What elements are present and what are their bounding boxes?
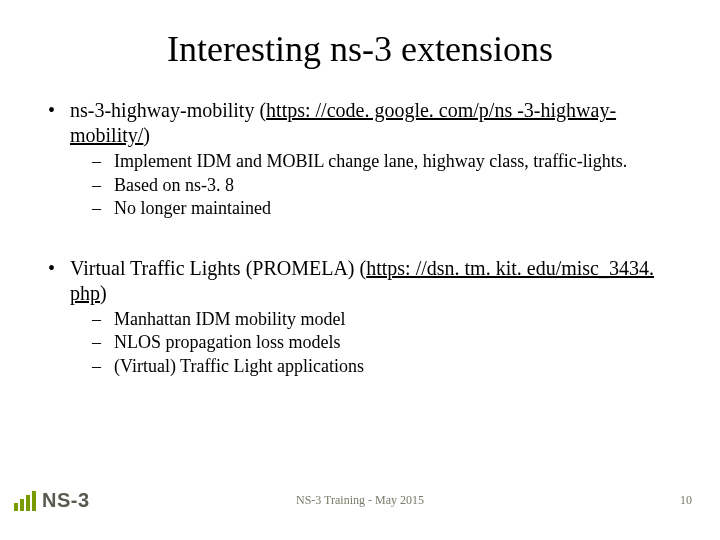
sub-item-text: (Virtual) Traffic Light applications: [114, 355, 672, 378]
dash-icon: –: [92, 331, 114, 354]
list-item: • Virtual Traffic Lights (PROMELA) (http…: [48, 256, 672, 378]
list-item-text: Virtual Traffic Lights (PROMELA) (https:…: [70, 256, 672, 306]
sub-item: –NLOS propagation loss models: [92, 331, 672, 354]
list-item-text: ns-3-highway-mobility (https: //code. go…: [70, 98, 672, 148]
sub-item: –Manhattan IDM mobility model: [92, 308, 672, 331]
dash-icon: –: [92, 308, 114, 331]
sub-item-text: Manhattan IDM mobility model: [114, 308, 672, 331]
sub-item: –(Virtual) Traffic Light applications: [92, 355, 672, 378]
sub-list: –Implement IDM and MOBIL change lane, hi…: [48, 150, 672, 220]
bullet-icon: •: [48, 256, 70, 306]
sub-item-text: Implement IDM and MOBIL change lane, hig…: [114, 150, 672, 173]
bullet-icon: •: [48, 98, 70, 148]
bullet-list: • ns-3-highway-mobility (https: //code. …: [48, 98, 672, 377]
dash-icon: –: [92, 174, 114, 197]
sub-list: –Manhattan IDM mobility model –NLOS prop…: [48, 308, 672, 378]
item-lead: ns-3-highway-mobility (: [70, 99, 266, 121]
dash-icon: –: [92, 355, 114, 378]
sub-item: –No longer maintained: [92, 197, 672, 220]
slide: Interesting ns-3 extensions • ns-3-highw…: [0, 0, 720, 540]
item-tail: ): [100, 282, 107, 304]
dash-icon: –: [92, 150, 114, 173]
item-lead: Virtual Traffic Lights (PROMELA) (: [70, 257, 366, 279]
dash-icon: –: [92, 197, 114, 220]
sub-item: –Implement IDM and MOBIL change lane, hi…: [92, 150, 672, 173]
slide-content: • ns-3-highway-mobility (https: //code. …: [48, 98, 672, 377]
list-item: • ns-3-highway-mobility (https: //code. …: [48, 98, 672, 220]
sub-item: –Based on ns-3. 8: [92, 174, 672, 197]
slide-footer: NS-3 NS-3 Training - May 2015 10: [0, 498, 720, 526]
footer-center-text: NS-3 Training - May 2015: [0, 493, 720, 508]
sub-item-text: No longer maintained: [114, 197, 672, 220]
sub-item-text: Based on ns-3. 8: [114, 174, 672, 197]
page-number: 10: [680, 493, 692, 508]
sub-item-text: NLOS propagation loss models: [114, 331, 672, 354]
item-tail: ): [143, 124, 150, 146]
slide-title: Interesting ns-3 extensions: [48, 28, 672, 70]
